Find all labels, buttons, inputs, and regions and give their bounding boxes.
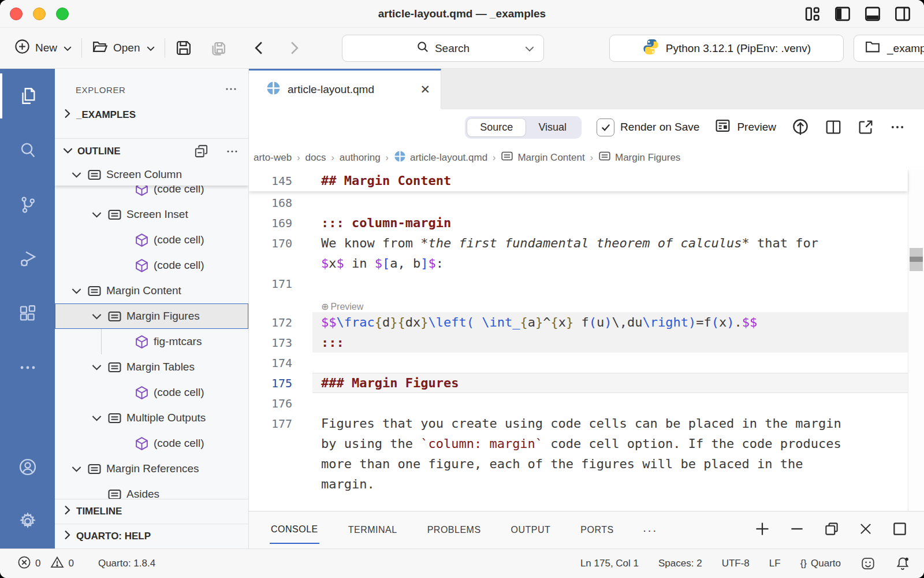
outline-more-icon[interactable] <box>225 144 239 158</box>
code-line-174[interactable]: 174 <box>249 353 924 373</box>
code-line-168[interactable]: 168 <box>249 192 924 213</box>
encoding-status[interactable]: UTF-8 <box>722 558 750 569</box>
code-line-177[interactable]: 177Figures that you create using code ce… <box>249 413 924 433</box>
toggle-primary-sidebar-icon[interactable] <box>834 5 851 23</box>
account-icon[interactable] <box>0 440 55 494</box>
python-interpreter-button[interactable]: Python 3.12.1 (PipEnv: .venv) <box>609 35 844 62</box>
outline-item-code-cell[interactable]: (code cell) <box>55 186 248 202</box>
panel-tab-terminal[interactable]: TERMINAL <box>347 517 398 543</box>
panel-tab-output[interactable]: OUTPUT <box>510 517 552 543</box>
code-line-wrap[interactable]: margin. <box>249 474 924 494</box>
save-icon[interactable] <box>175 39 192 57</box>
codelens-preview[interactable]: ⊕Preview <box>249 294 924 312</box>
outline-item-margin-figures[interactable]: Margin Figures <box>55 303 248 329</box>
workspace-button[interactable]: _examples <box>854 35 924 62</box>
notifications-bell-icon[interactable] <box>895 556 910 571</box>
code-line-173[interactable]: 173::: <box>249 332 924 353</box>
minimize-window-button[interactable] <box>33 8 46 20</box>
outline-item-code-cell[interactable]: (code cell) <box>55 227 248 253</box>
explorer-activity-icon[interactable] <box>0 69 55 123</box>
breadcrumb-item-article-layout-qmd[interactable]: article-layout.qmd <box>394 150 487 165</box>
preview-button[interactable]: Preview <box>714 117 776 137</box>
code-editor[interactable]: 145## Margin Content 168169::: column-ma… <box>249 170 924 511</box>
settings-gear-icon[interactable] <box>0 494 55 549</box>
toggle-secondary-sidebar-icon[interactable] <box>894 5 911 23</box>
code-line-169[interactable]: 169::: column-margin <box>249 213 924 233</box>
restore-panel-icon[interactable] <box>824 521 840 539</box>
eol-status[interactable]: LF <box>769 558 781 569</box>
breadcrumb-item-margin-figures[interactable]: Margin Figures <box>598 150 680 165</box>
panel-tab-console[interactable]: CONSOLE <box>270 516 319 544</box>
breadcrumb-item-margin-content[interactable]: Margin Content <box>501 150 584 165</box>
panel-more-icon[interactable]: ··· <box>643 524 658 537</box>
cursor-position-status[interactable]: Ln 175, Col 1 <box>580 558 639 569</box>
open-external-icon[interactable] <box>857 118 874 136</box>
quarto-version-status[interactable]: Quarto: 1.8.4 <box>98 558 155 569</box>
sidebar-section-examples[interactable]: _EXAMPLES <box>55 102 248 128</box>
collapse-all-icon[interactable] <box>193 143 209 159</box>
outline-item-code-cell[interactable]: (code cell) <box>55 380 248 405</box>
code-line-175[interactable]: 175### Margin Figures <box>249 373 924 393</box>
forward-icon[interactable] <box>287 40 302 55</box>
run-debug-activity-icon[interactable] <box>0 232 55 286</box>
outline-item-code-cell[interactable]: (code cell) <box>55 431 248 456</box>
sticky-scroll-line[interactable]: 145## Margin Content <box>249 170 908 191</box>
panel-tab-problems[interactable]: PROBLEMS <box>426 517 482 543</box>
close-panel-icon[interactable] <box>858 521 873 539</box>
outline-item-screen-column[interactable]: Screen Column <box>55 164 248 186</box>
code-line-172[interactable]: 172$$\frac{d}{dx}\left( \int_{a}^{x} f(u… <box>249 312 924 332</box>
search-input[interactable]: Search <box>342 35 544 62</box>
code-line-wrap[interactable]: $x$ in $[a, b]$: <box>249 253 924 273</box>
sidebar-section-quarto-help[interactable]: QUARTO: HELP <box>55 524 248 549</box>
source-control-activity-icon[interactable] <box>0 177 55 232</box>
close-window-button[interactable] <box>10 8 23 20</box>
code-line-wrap[interactable]: more than one figure, each of the figure… <box>249 454 924 474</box>
breadcrumb-item-arto-web[interactable]: arto-web <box>254 152 292 164</box>
code-line-176[interactable]: 176 <box>249 393 924 413</box>
extensions-activity-icon[interactable] <box>0 286 55 340</box>
render-on-save-control[interactable]: Render on Save <box>597 118 699 136</box>
split-editor-icon[interactable] <box>825 118 842 136</box>
search-activity-icon[interactable] <box>0 123 55 177</box>
code-line-171[interactable]: 171 <box>249 273 924 294</box>
more-activity-icon[interactable] <box>0 340 55 395</box>
breadcrumb-item-authoring[interactable]: authoring <box>340 152 381 164</box>
new-button[interactable]: New <box>14 39 72 57</box>
code-line-wrap[interactable]: by using the `column: margin` code cell … <box>249 433 924 454</box>
editor-scrollbar[interactable] <box>908 170 924 511</box>
outline-item-margin-tables[interactable]: Margin Tables <box>55 354 248 380</box>
zoom-window-button[interactable] <box>56 8 69 20</box>
outline-item-margin-content[interactable]: Margin Content <box>55 278 248 303</box>
explorer-more-icon[interactable] <box>224 82 238 98</box>
minimize-panel-icon[interactable] <box>789 521 805 539</box>
customize-layout-icon[interactable] <box>804 5 821 23</box>
outline-item-code-cell[interactable]: (code cell) <box>55 253 248 278</box>
panel-tab-ports[interactable]: PORTS <box>579 517 614 543</box>
outline-item-margin-references[interactable]: Margin References <box>55 456 248 481</box>
indentation-status[interactable]: Spaces: 2 <box>658 558 702 569</box>
new-panel-icon[interactable] <box>754 521 770 539</box>
problems-status[interactable]: 0 0 <box>17 555 74 572</box>
outline-item-screen-inset[interactable]: Screen Inset <box>55 202 248 227</box>
sidebar-section-timeline[interactable]: TIMELINE <box>55 499 248 524</box>
tab-article-layout[interactable]: article-layout.qmd ✕ <box>249 69 441 109</box>
close-tab-icon[interactable]: ✕ <box>420 83 430 97</box>
checkbox-checked-icon[interactable] <box>597 118 614 136</box>
language-mode-status[interactable]: {} Quarto <box>800 558 841 569</box>
toggle-panel-icon[interactable] <box>864 5 881 23</box>
source-mode-button[interactable]: Source <box>467 118 526 136</box>
outline-item-multiple-outputs[interactable]: Multiple Outputs <box>55 405 248 431</box>
outline-item-fig-mtcars[interactable]: fig-mtcars <box>55 329 248 354</box>
breadcrumb-item-docs[interactable]: docs <box>305 152 326 164</box>
open-button[interactable]: Open <box>92 39 154 58</box>
code-line-170[interactable]: 170We know from *the first fundamental t… <box>249 233 924 253</box>
chevron-down-icon[interactable] <box>525 42 534 55</box>
back-icon[interactable] <box>251 40 266 55</box>
outline-item-asides[interactable]: Asides <box>55 481 248 499</box>
feedback-smiley-icon[interactable] <box>860 556 875 571</box>
run-circle-icon[interactable] <box>791 118 810 136</box>
save-all-icon[interactable] <box>210 39 227 57</box>
visual-mode-button[interactable]: Visual <box>526 118 579 136</box>
sidebar-section-outline[interactable]: OUTLINE <box>55 138 248 164</box>
more-actions-icon[interactable] <box>889 119 906 135</box>
